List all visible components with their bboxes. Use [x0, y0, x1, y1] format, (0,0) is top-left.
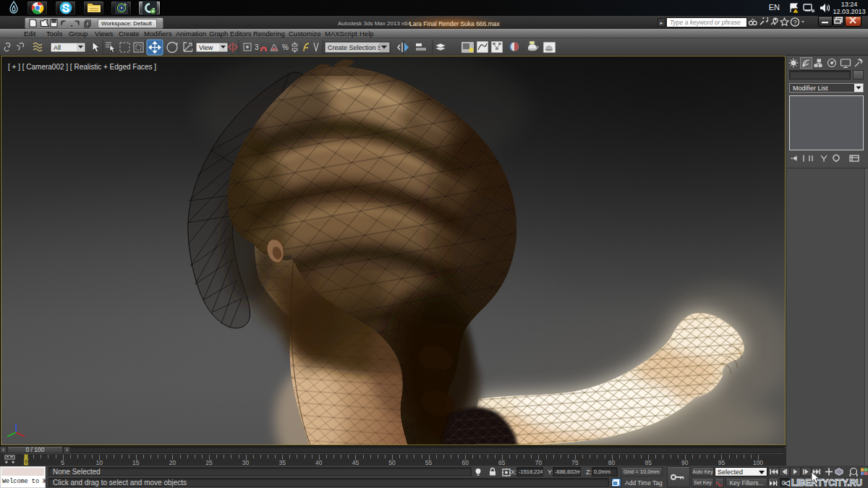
- svg-text:3: 3: [255, 43, 259, 51]
- svg-text:All: All: [54, 44, 61, 51]
- svg-text:Create Selection Se: Create Selection Se: [328, 44, 386, 51]
- svg-text:?: ?: [793, 19, 796, 26]
- svg-text:%: %: [282, 43, 289, 51]
- svg-text:View: View: [199, 44, 213, 51]
